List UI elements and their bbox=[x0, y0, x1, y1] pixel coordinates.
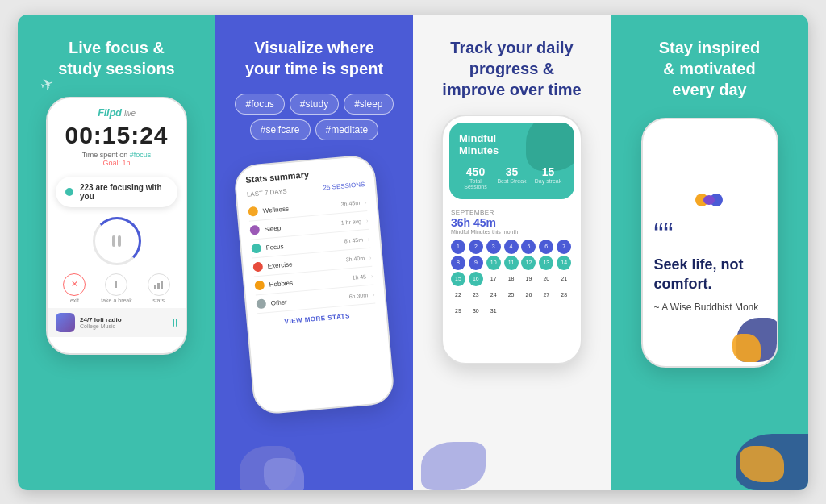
timer-circle-area bbox=[48, 214, 186, 269]
other-name: Other bbox=[270, 293, 344, 306]
wellness-dot bbox=[248, 206, 258, 216]
calendar-day-27: 27 bbox=[539, 288, 553, 302]
stats-row: 450 Total Sessions 35 Best Streak 15 Day… bbox=[459, 165, 565, 190]
phone-mockup-3: Mindful Minutes 450 Total Sessions 35 Be… bbox=[441, 115, 582, 364]
calendar-day-2: 2 bbox=[469, 240, 483, 254]
calendar-day-21: 21 bbox=[557, 272, 571, 286]
tag-study[interactable]: #study bbox=[290, 94, 339, 115]
calendar-day-22: 22 bbox=[451, 288, 465, 302]
stats-button[interactable] bbox=[148, 273, 170, 296]
calendar-day-19: 19 bbox=[521, 272, 536, 286]
focus-time: 8h 45m bbox=[344, 236, 363, 244]
calendar-day-5: 5 bbox=[521, 240, 536, 254]
music-thumbnail bbox=[56, 313, 75, 332]
calendar-day-9: 9 bbox=[469, 256, 483, 270]
break-label: take a break bbox=[101, 298, 132, 303]
stat-day-streak: 15 Day streak bbox=[532, 165, 565, 190]
exercise-name: Exercise bbox=[267, 256, 341, 269]
panel-inspired: Stay inspired & motivated every day ““ S… bbox=[611, 15, 808, 490]
svg-point-5 bbox=[703, 195, 715, 205]
panel-3-title: Track your daily progress & improve over… bbox=[442, 37, 581, 100]
time-spent-label: Time spent on #focus bbox=[59, 151, 174, 159]
calendar-day-3: 3 bbox=[486, 240, 501, 254]
calendar-day-11: 11 bbox=[504, 256, 519, 270]
music-pause-icon[interactable] bbox=[173, 319, 178, 327]
blob-deco-p3 bbox=[421, 442, 486, 490]
panel-1-title: Live focus & study sessions bbox=[58, 37, 175, 79]
tags-area: #focus #study #sleep #selfcare #meditate bbox=[232, 94, 397, 140]
hobbies-arrow: › bbox=[371, 273, 373, 278]
stats-action[interactable]: stats bbox=[148, 273, 170, 303]
other-time: 6h 30m bbox=[348, 291, 368, 298]
music-info: 24/7 lofi radio College Music bbox=[80, 316, 168, 329]
hobbies-name: Hobbies bbox=[269, 273, 348, 287]
focus-count-text: 223 are focusing with you bbox=[80, 183, 168, 201]
music-title: 24/7 lofi radio bbox=[80, 316, 168, 323]
sleep-time: 1 hr avg bbox=[340, 218, 361, 225]
calendar-day-6: 6 bbox=[539, 240, 553, 254]
timer-display: 00:15:24 bbox=[59, 119, 174, 151]
stat-best-streak: 35 Best Streak bbox=[495, 165, 528, 190]
tag-sleep[interactable]: #sleep bbox=[344, 94, 393, 115]
other-arrow: › bbox=[373, 291, 375, 297]
flipd-logo: Flipd live bbox=[59, 106, 174, 119]
calendar-day-29: 29 bbox=[451, 304, 465, 319]
timer-circle bbox=[93, 217, 141, 265]
focus-arrow: › bbox=[368, 235, 370, 241]
other-dot bbox=[256, 298, 266, 309]
panel-visualize: Visualize where your time is spent #focu… bbox=[215, 15, 413, 490]
exercise-time: 3h 40m bbox=[345, 254, 365, 261]
break-button[interactable]: ‖ bbox=[105, 273, 127, 296]
quote-mark: ““ bbox=[643, 220, 674, 249]
svg-rect-2 bbox=[161, 281, 163, 289]
tag-focus[interactable]: #focus bbox=[235, 94, 284, 115]
app-container: ✈ Live focus & study sessions Flipd live… bbox=[18, 15, 808, 490]
flipd-brand-icon bbox=[694, 188, 726, 212]
panel-track: Track your daily progress & improve over… bbox=[413, 15, 611, 490]
calendar-day-17: 17 bbox=[486, 272, 501, 286]
sleep-arrow: › bbox=[366, 217, 369, 223]
calendar-day-16: 16 bbox=[469, 272, 483, 286]
calendar-day-18: 18 bbox=[504, 272, 519, 286]
calendar-hours: 36h 45m bbox=[451, 216, 573, 229]
calendar-day-14: 14 bbox=[557, 256, 571, 270]
pause-icon bbox=[112, 235, 121, 247]
calendar-hours-label: Mindful Minutes this month bbox=[451, 229, 573, 235]
hobbies-time: 1h 45 bbox=[352, 273, 366, 280]
wellness-time: 3h 45m bbox=[340, 199, 360, 206]
exit-action[interactable]: ✕ exit bbox=[63, 273, 86, 303]
calendar-section: SEPTEMBER 36h 45m Mindful Minutes this m… bbox=[443, 204, 581, 323]
panel-live-focus: ✈ Live focus & study sessions Flipd live… bbox=[18, 15, 215, 490]
stats-title: Stats summary bbox=[245, 165, 364, 185]
wellness-name: Wellness bbox=[262, 200, 336, 214]
focus-dot-stat bbox=[251, 243, 261, 253]
calendar-day-10: 10 bbox=[486, 256, 501, 270]
calendar-day-4: 4 bbox=[504, 240, 519, 254]
hobbies-dot bbox=[254, 280, 265, 290]
phone-mockup-4: ““ Seek life, not comfort. ~ A Wise Budd… bbox=[641, 118, 778, 368]
calendar-day-20: 20 bbox=[539, 272, 553, 286]
phone-blob-2 bbox=[732, 334, 761, 362]
tag-meditate[interactable]: #meditate bbox=[315, 119, 379, 140]
calendar-day-26: 26 bbox=[521, 288, 536, 302]
panel4-blob-2 bbox=[740, 446, 784, 482]
wellness-arrow: › bbox=[365, 198, 367, 204]
quote-text: Seek life, not comfort. bbox=[643, 256, 777, 294]
quote-author: ~ A Wise Buddhist Monk bbox=[643, 302, 770, 313]
paper-plane-icon: ✈ bbox=[37, 73, 56, 95]
calendar-day-7: 7 bbox=[557, 240, 571, 254]
break-action[interactable]: ‖ take a break bbox=[101, 273, 132, 303]
svg-rect-0 bbox=[154, 285, 156, 289]
panel-4-title: Stay inspired & motivated every day bbox=[659, 37, 761, 100]
phone-mockup-2: Stats summary LAST 7 DAYS 25 SESSIONS We… bbox=[233, 153, 395, 414]
calendar-day-31: 31 bbox=[486, 304, 501, 319]
stats-label: stats bbox=[152, 298, 165, 303]
calendar-day-12: 12 bbox=[521, 256, 536, 270]
calendar-day-28: 28 bbox=[557, 288, 571, 302]
music-subtitle: College Music bbox=[80, 323, 168, 329]
tag-selfcare[interactable]: #selfcare bbox=[250, 119, 311, 140]
card-title: Mindful Minutes bbox=[459, 132, 565, 157]
mindful-minutes-card: Mindful Minutes 450 Total Sessions 35 Be… bbox=[449, 123, 574, 199]
logo-area bbox=[643, 172, 777, 220]
exit-button[interactable]: ✕ bbox=[63, 273, 86, 296]
